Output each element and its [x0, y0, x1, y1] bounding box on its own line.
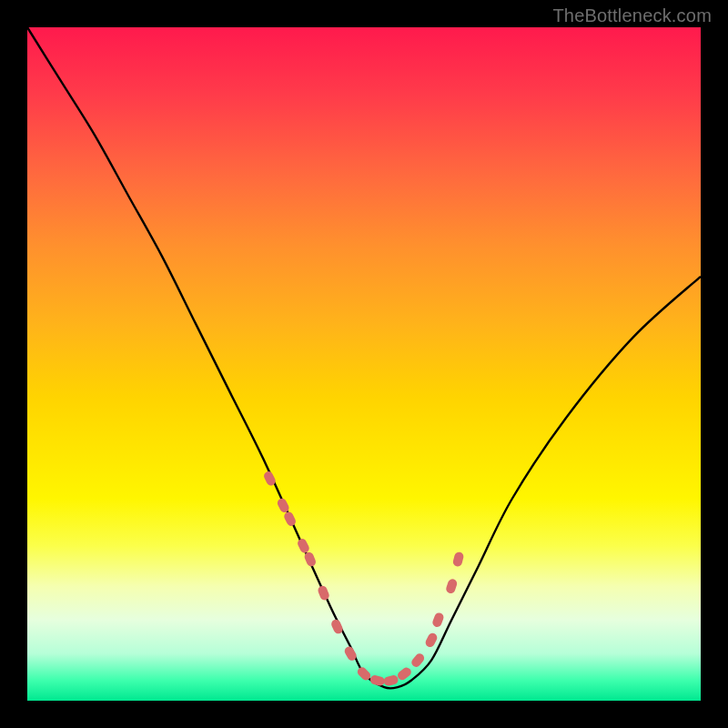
- curve-marker: [452, 551, 465, 568]
- curve-marker: [445, 578, 459, 594]
- chart-frame: TheBottleneck.com: [0, 0, 728, 728]
- curve-path: [27, 27, 701, 689]
- bottleneck-curve-svg: [27, 27, 701, 701]
- curve-marker: [410, 652, 426, 669]
- curve-marker: [424, 632, 439, 649]
- curve-marker: [283, 511, 298, 528]
- watermark-text: TheBottleneck.com: [552, 5, 712, 26]
- curve-marker: [296, 537, 310, 554]
- curve-marker: [383, 674, 399, 687]
- curve-marker: [431, 612, 445, 628]
- curve-line: [27, 27, 701, 689]
- curve-marker: [317, 584, 330, 602]
- plot-area: [27, 27, 701, 701]
- curve-marker: [369, 674, 386, 687]
- curve-marker: [396, 666, 413, 682]
